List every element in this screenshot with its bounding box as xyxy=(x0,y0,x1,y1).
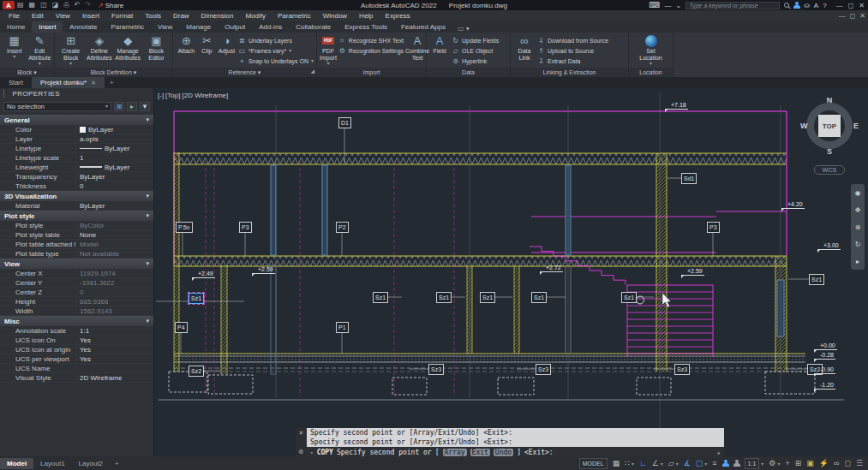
full-navigation-wheel-icon[interactable]: ◉ xyxy=(855,189,861,197)
workspace-switching-icon[interactable]: ⚙ xyxy=(769,459,775,467)
layout-tab-layout2[interactable]: Layout2 xyxy=(72,458,110,469)
autocad-logo[interactable]: A xyxy=(3,1,15,9)
prop-ucs-icon-on[interactable]: UCS icon OnYes xyxy=(0,336,153,345)
prop-linetype-scale[interactable]: Linetype scale1 xyxy=(0,153,153,163)
section-mark-d1[interactable]: D1 xyxy=(338,117,351,128)
prop-linetype[interactable]: LinetypeByLayer xyxy=(0,144,153,153)
prop-width[interactable]: Width1562.9143 xyxy=(0,306,153,316)
recognize-shx-button[interactable]: ⌗Recognize SHX Text xyxy=(338,36,404,45)
tab-start[interactable]: Start xyxy=(0,77,32,88)
update-fields-button[interactable]: ↻Update Fields xyxy=(452,36,499,45)
compass-north[interactable]: N xyxy=(827,96,833,104)
beam-mark-p2[interactable]: P2 xyxy=(336,222,349,233)
tab-output[interactable]: Output xyxy=(218,21,252,33)
tab-manage[interactable]: Manage xyxy=(179,21,218,33)
wall-mark-sz3-a[interactable]: Sz3 xyxy=(428,364,444,375)
menu-help[interactable]: Help xyxy=(359,12,373,20)
wall-mark-sz1-e[interactable]: Sz1 xyxy=(621,292,637,303)
plot-icon[interactable]: ⎙ xyxy=(63,1,69,9)
minimize-panel-icon[interactable]: — xyxy=(664,2,671,9)
prop-ucs-per-viewport[interactable]: UCS per viewportYes xyxy=(0,354,153,364)
block-editor-button[interactable]: ▣Block Editor xyxy=(143,34,170,62)
lineweight-display-icon[interactable]: ≡ xyxy=(712,459,716,467)
new-file-icon[interactable]: ▤ xyxy=(17,1,24,9)
wall-mark-sz1-right[interactable]: Sz1 xyxy=(809,274,824,285)
polar-tracking-icon[interactable]: ∠ xyxy=(652,459,659,467)
menu-tools[interactable]: Tools xyxy=(145,12,161,20)
open-folder-icon[interactable]: ▦ xyxy=(29,1,36,9)
command-close-icon[interactable]: ✕ xyxy=(299,430,304,437)
annotation-monitor-icon[interactable]: + xyxy=(785,459,789,467)
pdf-import-button[interactable]: PDFPDF Import▾ xyxy=(320,34,337,66)
annotation-scale-button[interactable]: 1:1 xyxy=(745,458,760,469)
prop-plot-style[interactable]: Plot styleByColor xyxy=(0,221,153,230)
panel-label-block[interactable]: Block ▾ xyxy=(0,68,54,77)
adjust-button[interactable]: ◑Adjust xyxy=(217,34,236,55)
osnap-tracking-icon[interactable]: ∡ xyxy=(684,459,691,467)
create-block-button[interactable]: ⊞Create Block▾ xyxy=(57,34,84,66)
tab-projekt-domku[interactable]: Projekt domku*✕ xyxy=(32,77,105,88)
insert-block-button[interactable]: ▦Insert▾ xyxy=(3,34,27,59)
beam-mark-p5o[interactable]: P.5o xyxy=(176,222,193,233)
panel-label-reference[interactable]: Reference ▾◢ xyxy=(173,68,316,77)
prop-ucs-icon-origin[interactable]: UCS icon at originYes xyxy=(0,345,153,354)
doc-restore-button[interactable]: ◻ xyxy=(850,12,856,20)
clip-button[interactable]: ✂Clip xyxy=(199,34,215,55)
prop-plot-table-type[interactable]: Plot table typeNot available xyxy=(0,249,153,259)
orbit-icon[interactable]: ↻ xyxy=(855,241,861,248)
quick-select-icon[interactable]: ▼ xyxy=(140,102,150,111)
section-plot-style[interactable]: Plot style▾ xyxy=(0,211,153,221)
menu-dimension[interactable]: Dimension xyxy=(201,12,234,20)
close-button[interactable]: ✕ xyxy=(859,2,865,9)
sign-in-icon[interactable] xyxy=(793,2,799,9)
panel-label-import[interactable]: Import xyxy=(317,68,426,77)
option-undo[interactable]: Undo xyxy=(494,449,513,456)
snap-mode-icon[interactable]: ∷ xyxy=(625,459,630,467)
select-objects-icon[interactable]: ▸ xyxy=(127,102,137,111)
menu-file[interactable]: File xyxy=(9,12,20,20)
close-tab-icon[interactable]: ✕ xyxy=(91,80,96,86)
compass-south[interactable]: S xyxy=(827,147,832,156)
command-customize-icon[interactable]: ⚙ xyxy=(298,449,303,455)
field-button[interactable]: AField xyxy=(429,34,450,55)
grid-display-icon[interactable]: ▦ xyxy=(613,459,620,467)
wall-mark-sz1-c[interactable]: Sz1 xyxy=(480,292,495,303)
customization-icon[interactable]: ☰ xyxy=(856,459,863,467)
search-input[interactable]: Type a keyword or phrase xyxy=(685,2,780,9)
viewport-controls[interactable]: [-][Top][2D Wireframe] xyxy=(158,92,230,99)
menu-view[interactable]: View xyxy=(56,12,70,20)
viewport-menu-control[interactable]: [-] xyxy=(158,92,164,99)
minimize-button[interactable]: — xyxy=(836,2,843,9)
new-drawing-button[interactable]: + xyxy=(105,77,119,88)
data-link-button[interactable]: ∞Data Link xyxy=(513,34,536,62)
prop-layer[interactable]: Layera-opis xyxy=(0,134,153,144)
help-icon[interactable]: ? xyxy=(823,2,826,9)
wall-mark-sz1-selected[interactable]: Sz1 xyxy=(189,293,204,304)
toggle-pickadd-icon[interactable]: ⊞ xyxy=(114,102,124,111)
menu-edit[interactable]: Edit xyxy=(32,12,44,20)
ole-object-button[interactable]: ▱OLE Object xyxy=(452,46,499,56)
beam-mark-p1[interactable]: P1 xyxy=(336,322,349,333)
pan-icon[interactable]: ✥ xyxy=(855,206,861,214)
command-window[interactable]: ✕ ⚙ Specify second point or [Array/Exit/… xyxy=(296,428,724,456)
tab-annotate[interactable]: Annotate xyxy=(63,21,104,33)
prop-plot-table-attached[interactable]: Plot table attached toModel xyxy=(0,240,153,249)
quick-properties-icon[interactable]: ⊞ xyxy=(795,459,802,467)
search-icon[interactable] xyxy=(784,3,789,8)
attach-button[interactable]: ⊕Attach xyxy=(176,34,197,55)
undo-icon[interactable]: ↶ xyxy=(75,1,81,9)
tab-add-ins[interactable]: Add-ins xyxy=(252,21,289,33)
isolate-objects-icon[interactable]: ▣ xyxy=(806,459,814,467)
tab-view[interactable]: View xyxy=(151,21,179,33)
wall-mark-sz1-d[interactable]: Sz1 xyxy=(531,292,547,303)
section-misc[interactable]: Misc▾ xyxy=(0,316,153,326)
menu-parametric[interactable]: Parametric xyxy=(278,12,311,20)
section-3d-visualization[interactable]: 3D Visualization▾ xyxy=(0,191,153,201)
option-exit[interactable]: Exit xyxy=(470,449,490,456)
upload-to-source-button[interactable]: ⇑Upload to Source xyxy=(537,46,608,56)
command-input-line[interactable]: ▾ COPY Specify second point or [ArrayExi… xyxy=(307,447,724,456)
annotation-visibility-icon[interactable] xyxy=(722,460,728,467)
tab-express-tools[interactable]: Express Tools xyxy=(338,21,394,33)
new-layout-button[interactable]: + xyxy=(110,458,124,469)
download-from-source-button[interactable]: ⇓Download from Source xyxy=(537,36,608,45)
